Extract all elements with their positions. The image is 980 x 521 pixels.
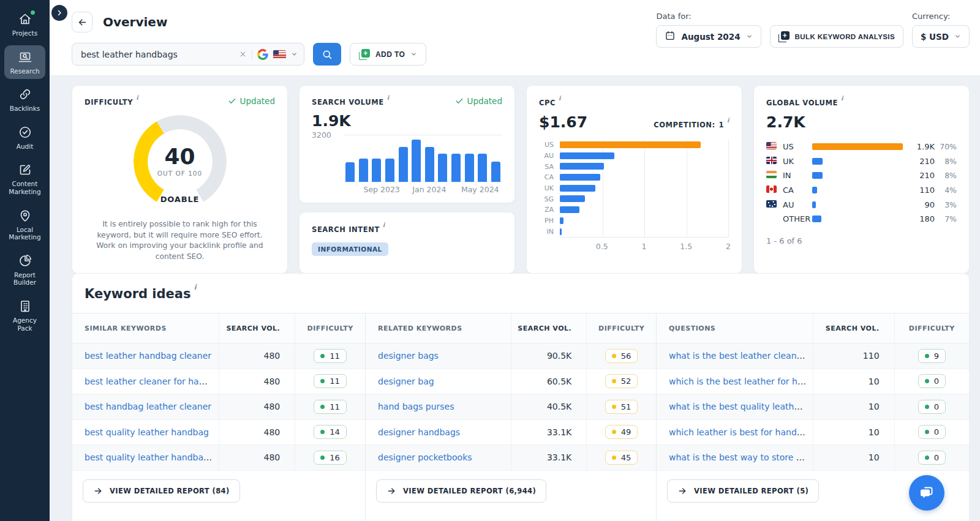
column-header[interactable]: RELATED KEYWORDS [366, 324, 511, 332]
view-similar-report-button[interactable]: VIEW DETAILED REPORT (84) [83, 479, 240, 503]
country-share: 8% [935, 171, 957, 180]
clear-search-icon[interactable] [239, 50, 247, 58]
search-intent-card: SEARCH INTENTi INFORMATIONAL [299, 212, 515, 274]
column-header[interactable]: SEARCH VOL. [219, 313, 295, 343]
search-volume-card: SEARCH VOLUMEi Updated 1.9K 3200 Sep 202… [299, 85, 515, 203]
keyword-link[interactable]: what is the best leather cleaner … [669, 351, 813, 361]
bulk-analysis-icon: + [778, 31, 790, 42]
difficulty-title: DIFFICULTYi [85, 96, 138, 107]
table-footer: VIEW DETAILED REPORT (84) VIEW DETAILED … [72, 471, 969, 521]
sidebar-item-content-marketing[interactable]: Content Marketing [4, 158, 45, 200]
keyword-link[interactable]: what is the best quality leather f… [669, 402, 813, 411]
search-button[interactable] [313, 43, 341, 66]
global-volume-title: GLOBAL VOLUMEi [766, 99, 843, 107]
back-button[interactable] [72, 12, 92, 32]
keyword-link[interactable]: designer pocketbooks [378, 452, 472, 462]
keyword-link[interactable]: designer bag [378, 377, 434, 386]
keyword-link[interactable]: best handbag leather cleaner [85, 402, 211, 411]
notification-dot [31, 10, 35, 15]
column-header[interactable]: DIFFICULTY [295, 313, 365, 343]
difficulty-dot-icon [612, 405, 616, 409]
column-header[interactable]: SEARCH VOL. [813, 313, 894, 343]
cpc-value: $1.67 [539, 113, 587, 131]
x-tick: 2 [726, 242, 731, 251]
search-icon [322, 49, 333, 60]
keyword-link[interactable]: which leather is best for handba… [669, 427, 813, 437]
country-code: OTHER [783, 214, 812, 223]
keyword-ideas-title: Keyword ideasi [72, 287, 969, 301]
global-volume-value: 2.7K [766, 113, 957, 131]
sidebar-item-projects[interactable]: Projects [4, 7, 45, 42]
table-header-row: RELATED KEYWORDS SEARCH VOL. DIFFICULTY [366, 313, 656, 343]
country-volume: 1.9K [909, 142, 935, 151]
volume-bar [451, 154, 461, 182]
x-tick: May 2024 [461, 185, 499, 194]
bulk-keyword-analysis-button[interactable]: + BULK KEYWORD ANALYSIS [770, 25, 903, 48]
info-icon[interactable]: i [194, 283, 197, 291]
info-icon[interactable]: i [559, 95, 561, 102]
table-row: designer pocketbooks 33.1K 45 [366, 445, 656, 471]
chevron-down-icon[interactable] [291, 51, 298, 58]
sidebar-item-audit[interactable]: Audit [4, 121, 45, 155]
country-code: AU [783, 200, 812, 209]
keyword-link[interactable]: best quality leather handbags [85, 452, 213, 462]
chat-widget-button[interactable] [909, 475, 944, 511]
search-volume-cell: 40.5K [511, 394, 586, 419]
country-code: UK [783, 157, 812, 166]
difficulty-dot-icon [612, 430, 616, 434]
keyword-search-input[interactable] [81, 50, 234, 59]
difficulty-badge: 0 [918, 400, 946, 414]
keyword-link[interactable]: hand bags purses [378, 402, 454, 411]
view-related-report-button[interactable]: VIEW DETAILED REPORT (6,944) [376, 479, 546, 503]
chat-bubble-icon [918, 484, 935, 501]
info-icon[interactable]: i [727, 117, 729, 124]
keyword-link[interactable]: best leather handbag cleaner [85, 351, 211, 361]
bulk-label: BULK KEYWORD ANALYSIS [795, 33, 895, 40]
info-icon[interactable]: i [387, 94, 390, 101]
column-header[interactable]: SEARCH VOL. [511, 313, 586, 343]
difficulty-dot-icon [925, 379, 929, 383]
country-volume: 210 [909, 171, 935, 180]
difficulty-badge: 9 [918, 349, 946, 363]
related-keywords-group: RELATED KEYWORDS SEARCH VOL. DIFFICULTY … [365, 313, 656, 471]
sidebar-item-label: Report Builder [6, 271, 43, 287]
difficulty-dot-icon [925, 430, 929, 434]
column-header[interactable]: DIFFICULTY [894, 313, 969, 343]
uk-flag-icon [766, 157, 777, 164]
keyword-link[interactable]: what is the best way to store lea… [669, 452, 813, 462]
currency-dropdown[interactable]: $ USD [912, 25, 970, 48]
keyword-link[interactable]: best quality leather handbag [85, 427, 209, 437]
keyword-link[interactable]: which is the best leather for han… [669, 377, 813, 386]
table-row: what is the best quality leather f… 10 0 [657, 394, 969, 420]
difficulty-badge: 0 [918, 451, 946, 465]
info-icon[interactable]: i [136, 94, 138, 101]
keyword-link[interactable]: best leather cleaner for handbags [85, 377, 219, 386]
sidebar-item-report-builder[interactable]: Report Builder [4, 249, 45, 291]
column-header[interactable]: SIMILAR KEYWORDS [72, 324, 219, 332]
sidebar-item-research[interactable]: Research [4, 45, 45, 80]
difficulty-badge: 11 [314, 374, 347, 388]
info-icon[interactable]: i [841, 95, 843, 102]
search-volume-cell: 33.1K [511, 445, 586, 470]
table-row: which leather is best for handba… 10 0 [657, 420, 969, 446]
sidebar-item-backlinks[interactable]: Backlinks [4, 83, 45, 117]
add-to-button[interactable]: + ADD TO [350, 43, 426, 66]
country-share: 70% [935, 142, 957, 151]
column-header[interactable]: DIFFICULTY [586, 313, 656, 343]
sidebar-expand-toggle[interactable] [51, 5, 67, 21]
difficulty-out-of: OUT OF 100 [157, 170, 202, 177]
cpc-country-row: AU [539, 151, 729, 162]
currency-value: $ USD [921, 32, 949, 42]
period-dropdown[interactable]: August 2024 [656, 25, 761, 48]
country-code: CA [539, 173, 554, 181]
sidebar-item-agency-pack[interactable]: Agency Pack [4, 294, 45, 336]
sidebar-item-local-marketing[interactable]: Local Marketing [4, 204, 45, 246]
keyword-link[interactable]: designer handbags [378, 427, 460, 437]
column-header[interactable]: QUESTIONS [657, 324, 813, 332]
keyword-link[interactable]: designer bags [378, 351, 439, 361]
country-code: US [783, 142, 812, 151]
sidebar-item-label: Agency Pack [6, 317, 43, 332]
info-icon[interactable]: i [383, 222, 385, 228]
view-questions-report-button[interactable]: VIEW DETAILED REPORT (5) [667, 479, 819, 503]
global-volume-card: GLOBAL VOLUMEi 2.7K US 1.9K 70% UK 210 [753, 85, 970, 274]
